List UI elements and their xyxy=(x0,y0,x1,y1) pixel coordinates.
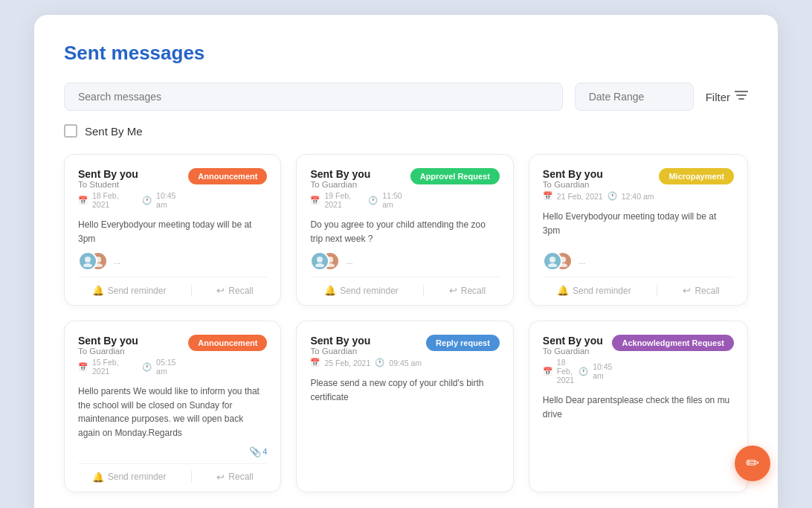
card-body: Hello Dear parentsplease check the files… xyxy=(543,393,734,461)
svg-point-4 xyxy=(83,263,92,267)
message-card: Sent By you To Guardian 📅 15 Feb, 2021 🕐… xyxy=(64,321,281,492)
recall-icon: ↩ xyxy=(216,285,225,296)
card-body: Hello Everybodyour meeting today will be… xyxy=(543,210,734,245)
recall-icon: ↩ xyxy=(216,472,225,483)
placeholder xyxy=(543,468,734,492)
send-reminder-label: Send reminder xyxy=(108,286,167,296)
compose-button[interactable]: ✏ xyxy=(735,446,770,481)
send-reminder-label: Send reminder xyxy=(573,286,631,296)
recall-button[interactable]: ↩ Recall xyxy=(443,283,492,298)
time-text: 10:45 am xyxy=(593,362,612,380)
card-to: To Guardian xyxy=(310,180,410,189)
card-to: To Student xyxy=(78,180,188,189)
sent-by-me-label: Sent By Me xyxy=(85,125,143,138)
compose-icon: ✏ xyxy=(746,454,759,473)
card-footer: 🔔 Send reminder ↩ Recall xyxy=(78,277,267,305)
message-card: Sent By you To Guardian 📅 25 Feb, 2021 🕐… xyxy=(296,321,513,492)
reminder-icon: 🔔 xyxy=(557,285,569,296)
card-body: Do you agree to your child attending the… xyxy=(310,218,499,245)
calendar-icon: 📅 xyxy=(543,367,552,376)
date-text: 15 Feb, 2021 xyxy=(92,358,138,376)
recall-label: Recall xyxy=(228,472,253,482)
filter-icon xyxy=(735,89,748,104)
reminder-icon: 🔔 xyxy=(92,285,104,296)
recall-icon: ↩ xyxy=(683,285,691,296)
filter-button[interactable]: Filter xyxy=(706,89,748,104)
message-card: Sent By you To Student 📅 18 Feb, 2021 🕐 … xyxy=(64,154,281,306)
search-row: Filter xyxy=(64,83,748,111)
card-sender-info: Sent By you To Guardian 📅 15 Feb, 2021 🕐… xyxy=(78,335,188,382)
avatar xyxy=(543,251,562,271)
avatar-more: ... xyxy=(579,257,585,266)
recall-button[interactable]: ↩ Recall xyxy=(210,283,259,298)
attachment-count: 4 xyxy=(262,447,267,456)
avatar-more: ... xyxy=(114,257,120,266)
card-to: To Guardian xyxy=(310,347,422,356)
message-badge: Announcement xyxy=(188,168,267,184)
recall-button[interactable]: ↩ Recall xyxy=(210,470,259,484)
message-card: Sent By you To Guardian 📅 19 Feb, 2021 🕐… xyxy=(296,154,513,306)
calendar-icon: 📅 xyxy=(543,191,552,201)
recall-button[interactable]: ↩ Recall xyxy=(677,283,725,298)
calendar-icon: 📅 xyxy=(310,196,320,205)
svg-point-8 xyxy=(315,263,324,267)
date-text: 21 Feb, 2021 xyxy=(557,192,603,201)
reminder-icon: 🔔 xyxy=(92,472,104,483)
avatars-row: ... xyxy=(78,251,267,271)
message-badge: Announcement xyxy=(188,335,267,351)
sent-by-me-checkbox[interactable] xyxy=(64,124,77,138)
clock-icon: 🕐 xyxy=(579,367,588,376)
search-input[interactable] xyxy=(78,91,549,103)
send-reminder-button[interactable]: 🔔 Send reminder xyxy=(86,283,173,298)
date-range-input[interactable] xyxy=(575,83,694,111)
page-title: Sent messages xyxy=(64,42,748,65)
recall-icon: ↩ xyxy=(449,285,457,296)
card-header: Sent By you To Guardian 📅 15 Feb, 2021 🕐… xyxy=(78,335,267,382)
date-text: 25 Feb, 2021 xyxy=(324,359,370,367)
card-header: Sent By you To Guardian 📅 19 Feb, 2021 🕐… xyxy=(310,168,499,215)
calendar-icon: 📅 xyxy=(310,358,320,367)
card-date: 📅 19 Feb, 2021 🕐 11:50 am xyxy=(310,191,410,209)
send-reminder-button[interactable]: 🔔 Send reminder xyxy=(551,283,637,298)
footer-divider xyxy=(191,285,192,297)
send-reminder-button[interactable]: 🔔 Send reminder xyxy=(318,283,405,298)
send-reminder-label: Send reminder xyxy=(108,472,167,482)
card-body: Hello parents We would like to inform yo… xyxy=(78,385,267,440)
clock-icon: 🕐 xyxy=(142,362,152,372)
recall-label: Recall xyxy=(461,286,486,296)
card-sender: Sent By you xyxy=(310,168,410,180)
card-sender-info: Sent By you To Guardian 📅 19 Feb, 2021 🕐… xyxy=(310,168,410,215)
message-card: Sent By you To Guardian 📅 18 Feb, 2021 🕐… xyxy=(529,321,748,492)
card-footer: 🔔 Send reminder ↩ Recall xyxy=(543,277,734,305)
card-sender: Sent By you xyxy=(78,168,188,180)
card-to: To Guardian xyxy=(78,347,188,356)
card-header: Sent By you To Guardian 📅 18 Feb, 2021 🕐… xyxy=(543,335,734,390)
card-sender-info: Sent By you To Guardian 📅 21 Feb, 2021 🕐… xyxy=(543,168,654,207)
search-input-wrap xyxy=(64,83,563,111)
time-text: 11:50 am xyxy=(382,191,410,209)
recall-label: Recall xyxy=(695,286,719,296)
card-sender: Sent By you xyxy=(543,168,654,180)
clock-icon: 🕐 xyxy=(375,358,384,367)
card-to: To Guardian xyxy=(543,180,654,189)
avatar-more: ... xyxy=(346,257,352,266)
svg-point-11 xyxy=(550,257,555,263)
filter-label: Filter xyxy=(706,91,730,103)
card-date: 📅 18 Feb, 2021 🕐 10:45 am xyxy=(78,191,188,209)
sent-by-me-row: Sent By Me xyxy=(64,124,748,138)
date-text: 18 Feb, 2021 xyxy=(92,191,138,209)
card-header: Sent By you To Guardian 📅 21 Feb, 2021 🕐… xyxy=(543,168,734,207)
time-text: 05:15 am xyxy=(156,358,188,376)
card-footer: 🔔 Send reminder ↩ Recall xyxy=(310,277,499,305)
clock-icon: 🕐 xyxy=(368,196,378,205)
card-sender-info: Sent By you To Guardian 📅 18 Feb, 2021 🕐… xyxy=(543,335,613,390)
card-sender: Sent By you xyxy=(543,335,613,347)
date-text: 19 Feb, 2021 xyxy=(324,191,364,209)
card-sender: Sent By you xyxy=(78,335,188,347)
cards-grid: Sent By you To Student 📅 18 Feb, 2021 🕐 … xyxy=(64,154,748,492)
svg-point-7 xyxy=(317,257,323,263)
recall-label: Recall xyxy=(228,286,253,296)
message-badge: Reply request xyxy=(426,335,500,351)
time-text: 09:45 am xyxy=(389,359,422,367)
send-reminder-button[interactable]: 🔔 Send reminder xyxy=(86,470,173,484)
